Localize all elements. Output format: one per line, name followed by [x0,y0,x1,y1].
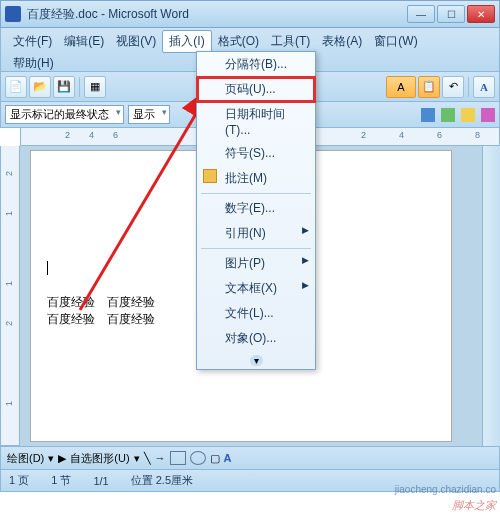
status-position: 位置 2.5厘米 [131,473,193,488]
menu-page-numbers[interactable]: 页码(U)... [197,77,315,102]
textbox-icon[interactable]: ▢ [210,452,220,465]
menu-comment[interactable]: 批注(M) [197,166,315,191]
new-doc-icon[interactable]: 📄 [5,76,27,98]
close-button[interactable]: ✕ [467,5,495,23]
menu-file[interactable]: 文件(L)... [197,301,315,326]
font-color-button[interactable]: A [386,76,416,98]
menu-separator [201,193,311,194]
titlebar: 百度经验.doc - Microsoft Word — ☐ ✕ [0,0,500,28]
menu-item-label: 文本框(X) [225,281,277,295]
doc-text: 百度经验 [47,295,95,309]
ruler-tick: 2 [4,321,14,326]
menu-item-label: 引用(N) [225,226,266,240]
rectangle-icon[interactable] [170,451,186,465]
highlight-magenta[interactable] [481,108,495,122]
insert-menu-dropdown: 分隔符(B)... 页码(U)... 日期和时间(T)... 符号(S)... … [196,51,316,370]
ruler-tick: 2 [4,171,14,176]
text-cursor [47,261,48,275]
maximize-button[interactable]: ☐ [437,5,465,23]
menu-break[interactable]: 分隔符(B)... [197,52,315,77]
save-icon[interactable]: 💾 [53,76,75,98]
highlight-blue[interactable] [421,108,435,122]
undo-icon[interactable]: ↶ [442,76,464,98]
menu-expand[interactable]: ▾ [197,351,315,369]
status-section: 1 节 [51,473,71,488]
highlight-yellow[interactable] [461,108,475,122]
line-icon[interactable]: ╲ [144,452,151,465]
menu-window[interactable]: 窗口(W) [368,31,423,52]
minimize-button[interactable]: — [407,5,435,23]
show-combo[interactable]: 显示 [128,105,170,124]
ruler-tick: 1 [4,401,14,406]
menu-reference[interactable]: 引用(N)▶ [197,221,315,246]
menu-textbox[interactable]: 文本框(X)▶ [197,276,315,301]
status-page: 1 页 [9,473,29,488]
open-icon[interactable]: 📂 [29,76,51,98]
doc-text: 百度经验 [47,312,95,326]
wordart-icon[interactable]: A [224,452,232,464]
toolbar-separator [79,77,80,97]
table-icon[interactable]: ▦ [84,76,106,98]
chevron-down-icon: ▾ [250,355,263,366]
doc-text: 百度经验 [107,295,155,309]
menu-item-label: 批注(M) [225,171,267,185]
highlight-green[interactable] [441,108,455,122]
draw-menu[interactable]: 绘图(D) [7,451,44,466]
submenu-arrow-icon: ▶ [302,280,309,290]
drawing-toolbar: 绘图(D)▾ ▶ 自选图形(U)▾ ╲ → ▢ A [0,446,500,470]
menu-object[interactable]: 对象(O)... [197,326,315,351]
menu-tools[interactable]: 工具(T) [265,31,316,52]
doc-text: 百度经验 [107,312,155,326]
ruler-tick: 4 [89,130,94,140]
ruler-tick: 1 [4,211,14,216]
arrow-icon[interactable]: → [155,452,166,464]
menu-table[interactable]: 表格(A) [316,31,368,52]
menu-datetime[interactable]: 日期和时间(T)... [197,102,315,141]
toolbar-separator [468,77,469,97]
ruler-tick: 4 [399,130,404,140]
select-arrow-icon[interactable]: ▶ [58,452,66,465]
ruler-tick: 8 [475,130,480,140]
menu-number[interactable]: 数字(E)... [197,196,315,221]
oval-icon[interactable] [190,451,206,465]
vertical-ruler: 2 1 1 2 1 [0,146,20,446]
watermark-url: jiaocheng.chazidian.co [395,484,496,495]
status-pagecount: 1/1 [93,475,108,487]
menu-edit[interactable]: 编辑(E) [58,31,110,52]
vertical-scrollbar[interactable] [482,146,500,446]
ruler-tick: 2 [65,130,70,140]
paste-icon[interactable]: 📋 [418,76,440,98]
menu-symbol[interactable]: 符号(S)... [197,141,315,166]
menu-insert[interactable]: 插入(I) [162,30,211,53]
window-title: 百度经验.doc - Microsoft Word [27,6,407,23]
watermark-text: 脚本之家 [452,498,496,513]
menu-picture[interactable]: 图片(P)▶ [197,251,315,276]
app-icon [5,6,21,22]
menu-view[interactable]: 视图(V) [110,31,162,52]
ruler-tick: 1 [4,281,14,286]
menu-format[interactable]: 格式(O) [212,31,265,52]
autoshapes-menu[interactable]: 自选图形(U) [70,451,129,466]
font-style-button[interactable]: A [473,76,495,98]
menu-separator [201,248,311,249]
ruler-tick: 6 [113,130,118,140]
submenu-arrow-icon: ▶ [302,255,309,265]
submenu-arrow-icon: ▶ [302,225,309,235]
window-controls: — ☐ ✕ [407,5,495,23]
menu-item-label: 图片(P) [225,256,265,270]
ruler-tick: 6 [437,130,442,140]
markup-mode-combo[interactable]: 显示标记的最终状态 [5,105,124,124]
folder-icon [203,169,217,183]
ruler-tick: 2 [361,130,366,140]
menu-file[interactable]: 文件(F) [7,31,58,52]
